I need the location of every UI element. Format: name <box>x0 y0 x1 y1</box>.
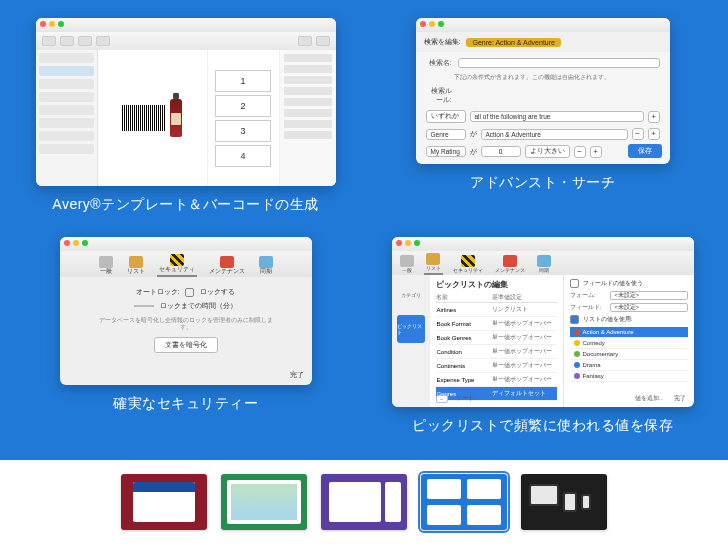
tab-sync[interactable]: 同期 <box>535 253 553 275</box>
field-link-checkbox[interactable] <box>570 279 579 288</box>
sync-icon <box>259 256 273 268</box>
rule2-op: が <box>470 147 477 157</box>
header-tag: Genre: Action & Adventure <box>466 38 561 47</box>
thumbnail-4[interactable] <box>421 474 507 530</box>
feature-caption: 確実なセキュリティー <box>113 395 258 413</box>
rule1-value[interactable]: Action & Adventure <box>481 129 628 140</box>
thumbnail-1[interactable] <box>121 474 207 530</box>
rule2-suffix[interactable]: より大きい <box>525 145 570 158</box>
lock-check-label: ロックする <box>200 287 235 297</box>
table-row[interactable]: Book Genres単一値ポップオーバー <box>436 331 557 345</box>
template-list: 1 2 3 4 <box>208 50 280 186</box>
feature-showcase-panel: 1 2 3 4 Avery®テンプレート＆バーコードの生成 <box>0 0 728 460</box>
note: 下記の条件式が含まれます。この機能は自由化されます。 <box>454 73 660 82</box>
barcode-preview <box>98 50 208 186</box>
value-row[interactable]: Drama <box>570 360 688 371</box>
window-titlebar <box>392 237 694 251</box>
add-rule-button[interactable]: + <box>590 146 602 158</box>
remove-rule-button[interactable]: − <box>574 146 586 158</box>
list-values-checkbox[interactable] <box>570 315 579 324</box>
toolbar <box>36 32 336 50</box>
feature-search: 検索を編集: Genre: Action & Adventure 検索名: 下記… <box>385 18 700 229</box>
table-row[interactable]: Book Format単一値ポップオーバー <box>436 317 557 331</box>
value-row[interactable]: Fantasy <box>570 371 688 382</box>
save-button[interactable]: 保存 <box>628 144 662 158</box>
lock-checkbox[interactable] <box>185 288 194 297</box>
table-row[interactable]: Airlinesリンクリスト <box>436 303 557 317</box>
window-titlebar <box>416 18 670 32</box>
thumbnail-2[interactable] <box>221 474 307 530</box>
picklist-window: 一般 リスト セキュリティ メンテナンス 同期 カテゴリ ピックリスト ピックリ… <box>392 237 694 407</box>
tab-general[interactable]: 一般 <box>398 253 416 275</box>
rule2-num[interactable]: 0 <box>481 146 521 157</box>
thumbnail-5[interactable] <box>521 474 607 530</box>
security-window: 一般 リスト セキュリティ メンテナンス 同期 オートロック: ロックする ロッ… <box>60 237 312 385</box>
tab-list[interactable]: リスト <box>125 254 147 277</box>
field-select[interactable]: <未設定> <box>610 303 688 312</box>
barcode-icon <box>122 105 166 131</box>
done-button[interactable]: 完了 <box>674 394 686 403</box>
tab-list[interactable]: リスト <box>424 251 443 275</box>
add-value-button[interactable]: 値を追加... <box>635 395 664 402</box>
autolock-label: オートロック: <box>136 287 180 297</box>
match-prefix[interactable]: いずれか <box>426 110 466 123</box>
toolbox-icon <box>220 256 234 268</box>
value-row[interactable]: Documentary <box>570 349 688 360</box>
feature-picklist: 一般 リスト セキュリティ メンテナンス 同期 カテゴリ ピックリスト ピックリ… <box>385 237 700 448</box>
picklist-options: フィールドの値を使う フォーム:<未設定> フィールド:<未設定> リストの値を… <box>564 275 694 407</box>
rule-label: 検索ルール: <box>426 87 454 105</box>
security-icon <box>461 255 475 267</box>
rule2-field[interactable]: My Rating <box>426 146 466 157</box>
list-icon <box>426 253 440 265</box>
feature-caption: Avery®テンプレート＆バーコードの生成 <box>52 196 318 214</box>
remove-button[interactable]: − <box>436 395 448 403</box>
security-icon <box>170 254 184 266</box>
template-3: 3 <box>215 120 271 142</box>
value-row[interactable]: Action & Adventure <box>570 327 688 338</box>
window-titlebar <box>36 18 336 32</box>
sidebar-picklist[interactable]: ピックリスト <box>397 315 425 343</box>
feature-caption: ピックリストで頻繁に使われる値を保存 <box>412 417 673 435</box>
tab-sync[interactable]: 同期 <box>257 254 275 277</box>
prefs-tabs: 一般 リスト セキュリティ メンテナンス 同期 <box>392 251 694 275</box>
rule1-op: が <box>470 129 477 139</box>
category-sidebar: カテゴリ ピックリスト <box>392 275 430 407</box>
thumbnail-3[interactable] <box>321 474 407 530</box>
value-row[interactable]: Comedy <box>570 338 688 349</box>
traffic-lights <box>40 21 64 27</box>
list-icon <box>129 256 143 268</box>
match-select[interactable]: all of the following are true <box>470 111 644 122</box>
tab-security[interactable]: セキュリティ <box>451 253 485 275</box>
add-rule-button[interactable]: + <box>648 111 660 123</box>
minutes-input[interactable] <box>134 305 154 307</box>
tab-general[interactable]: 一般 <box>97 254 115 277</box>
traffic-lights <box>64 240 88 246</box>
feature-caption: アドバンスト・サーチ <box>470 174 615 192</box>
search-window: 検索を編集: Genre: Action & Adventure 検索名: 下記… <box>416 18 670 164</box>
gear-icon <box>400 255 414 267</box>
name-label: 検索名: <box>426 59 454 68</box>
rule1-field[interactable]: Genre <box>426 129 466 140</box>
tab-maintenance[interactable]: メンテナンス <box>207 254 247 277</box>
name-input[interactable] <box>458 58 660 68</box>
table-row[interactable]: Continents単一値ポップオーバー <box>436 359 557 373</box>
form-select[interactable]: <未設定> <box>610 291 688 300</box>
picklist-table: ピックリストの編集 名前基準値設定 AirlinesリンクリストBook For… <box>430 275 564 407</box>
done-button[interactable]: 完了 <box>290 371 304 380</box>
table-row[interactable]: Expense Type単一値ポップオーバー <box>436 373 557 387</box>
window-titlebar <box>60 237 312 251</box>
field-link-label: フィールドの値を使う <box>583 279 643 288</box>
sidebar <box>36 50 98 186</box>
encrypt-button[interactable]: 文書を暗号化 <box>154 337 218 353</box>
tab-security[interactable]: セキュリティ <box>157 252 197 277</box>
gear-icon <box>99 256 113 268</box>
template-4: 4 <box>215 145 271 167</box>
sort-label: ソート: <box>456 395 476 402</box>
header-label: 検索を編集: <box>424 37 461 47</box>
feature-security: 一般 リスト セキュリティ メンテナンス 同期 オートロック: ロックする ロッ… <box>28 237 343 448</box>
traffic-lights <box>420 21 444 27</box>
table-row[interactable]: Condition単一値ポップオーバー <box>436 345 557 359</box>
tab-maintenance[interactable]: メンテナンス <box>493 253 527 275</box>
bottle-icon <box>170 99 182 137</box>
sidebar-category[interactable]: カテゴリ <box>397 281 425 309</box>
